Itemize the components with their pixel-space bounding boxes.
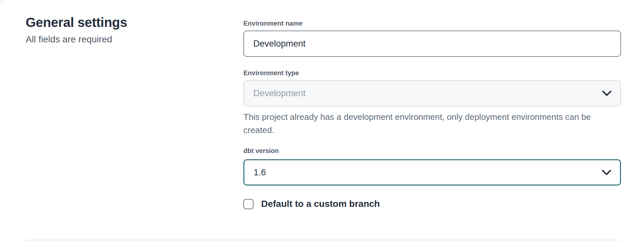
dbt-version-select[interactable]: 1.6 bbox=[243, 159, 621, 186]
environment-type-selected-value: Development bbox=[253, 88, 306, 99]
environment-name-group: Environment name bbox=[243, 19, 621, 57]
chevron-down-icon bbox=[602, 169, 611, 175]
section-header: General settings All fields are required bbox=[26, 14, 243, 209]
settings-form: Environment name Environment type Develo… bbox=[243, 14, 621, 209]
environment-type-label: Environment type bbox=[243, 69, 621, 77]
custom-branch-row: Default to a custom branch bbox=[243, 199, 621, 209]
dbt-version-group: dbt version 1.6 bbox=[243, 146, 621, 186]
page-title: General settings bbox=[26, 14, 243, 30]
custom-branch-label[interactable]: Default to a custom branch bbox=[261, 199, 380, 209]
settings-card: General settings All fields are required… bbox=[0, 0, 644, 243]
general-settings-section: General settings All fields are required… bbox=[0, 0, 644, 243]
environment-name-input[interactable] bbox=[243, 31, 621, 57]
environment-name-label: Environment name bbox=[243, 19, 621, 28]
section-divider bbox=[26, 240, 621, 240]
dbt-version-selected-value: 1.6 bbox=[254, 167, 266, 178]
environment-type-select: Development bbox=[243, 80, 621, 106]
chevron-down-icon bbox=[602, 90, 612, 96]
environment-type-group: Environment type Development This projec… bbox=[243, 69, 621, 137]
page-subtitle: All fields are required bbox=[26, 33, 243, 45]
environment-type-helper-text: This project already has a development e… bbox=[243, 110, 621, 137]
dbt-version-label: dbt version bbox=[243, 146, 621, 155]
custom-branch-checkbox[interactable] bbox=[243, 199, 254, 209]
